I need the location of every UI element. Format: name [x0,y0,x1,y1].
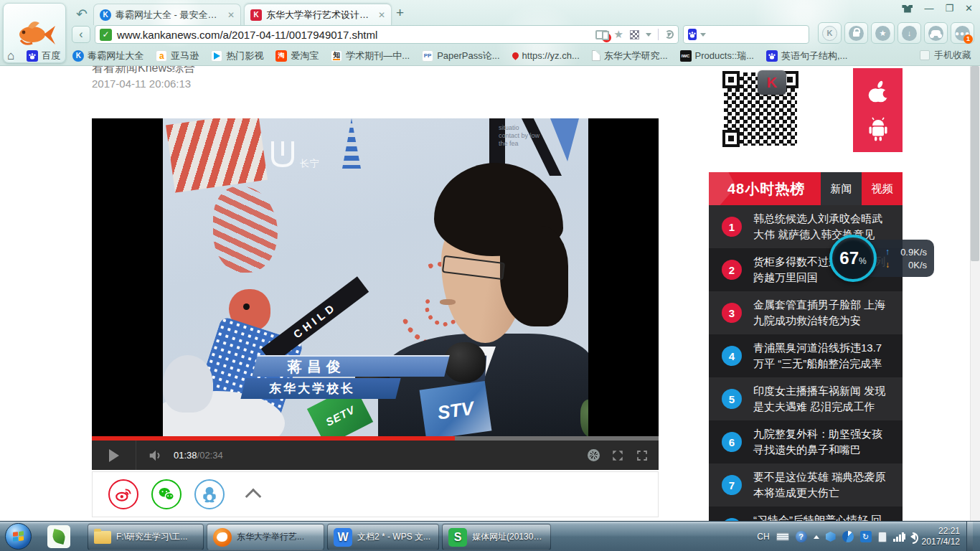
mobile-fav-icon [920,50,930,60]
search-box[interactable] [683,25,809,44]
taskbar-button-wps-writer[interactable]: W 文档2 * - WPS 文... [327,524,439,550]
speed-monitor-widget[interactable]: ↑0.9K/s ↓0K/s 67 % [829,235,934,282]
iwc-icon: IWC [680,50,692,62]
percent-value: 67 [839,237,859,279]
bookmark-videos[interactable]: 热门影视 [211,50,263,62]
poster-shape [166,118,268,193]
keyboard-icon[interactable] [776,532,789,541]
taskbar-button-folder[interactable]: F:\研究生学习\工... [88,524,204,550]
refresh-icon[interactable] [665,30,674,39]
cube-tray-icon[interactable] [826,532,836,542]
app-download-panel[interactable] [853,68,903,152]
url-text[interactable]: www.kankanews.com/a/2017-04-11/001794901… [117,29,377,41]
bookmark-yz[interactable]: https://yz.ch... [512,50,580,61]
hot-item-3[interactable]: 3 金属套管直插男子脸部 上海九院成功救治转危为安 [709,291,903,334]
download-speed: 0K/s [908,260,927,270]
sync-tray-icon[interactable]: ↻ [860,531,872,542]
address-bar[interactable]: ✓ www.kankanews.com/a/2017-04-11/0017949… [95,25,679,44]
apple-logo-icon [866,79,890,106]
stv-mic-flag: STV [420,381,492,436]
toolbar-download-button[interactable]: ↓ [897,22,921,44]
tab-close-icon[interactable]: ✕ [378,10,385,20]
child-ribbon: CHILD [261,276,369,364]
help-tray-icon[interactable]: ? [796,531,807,542]
chrome-back-arrow-icon[interactable]: ↶ [76,6,88,22]
gamepad-icon [931,30,941,36]
mobile-favorites[interactable]: 手机收藏 [920,49,971,62]
clock[interactable]: 22:21 2017/4/12 [922,526,960,547]
minimize-button[interactable]: — [924,3,933,14]
clipboard-tray-icon[interactable] [878,532,887,542]
tab-duba-homepage[interactable]: K 毒霸网址大全 - 最安全实... ✕ [93,4,241,25]
hot-item-6[interactable]: 6 九院整复外科：助坚强女孩寻找遗失的鼻子和嘴巴 [709,420,903,463]
new-tab-button[interactable]: + [396,5,404,21]
bookmark-star-icon[interactable]: ★ [614,28,623,41]
share-bar [92,471,659,517]
taskbar-button-wps-sheet[interactable]: S 媒体网址(201304... [442,524,551,550]
qr-finder [722,130,740,147]
theater-mode-icon[interactable] [611,449,624,462]
duba-favicon: K [100,9,111,21]
tab-kankanews-active[interactable]: K 东华大学举行艺术设计毕... ✕ [244,4,392,25]
skin-theme-icon[interactable] [902,5,913,13]
rank-badge: 6 [722,432,742,452]
hot-item-8[interactable]: 8 “习特会”后特朗普心情好 回 [709,507,903,521]
coreldraw-icon[interactable] [47,525,70,548]
taskbar-button-browser[interactable]: 东华大学举行艺... [207,524,324,550]
qr-code-icon[interactable] [630,30,639,39]
bookmark-english[interactable]: 英语句子结构,... [766,50,847,62]
bookmark-home[interactable]: ⌂ [7,49,14,63]
bookmark-taobao[interactable]: 淘 爱淘宝 [275,50,319,62]
tab-close-icon[interactable]: ✕ [227,10,235,20]
duba-k-icon: K [72,50,84,62]
rank-badge: 1 [722,217,742,237]
chevron-down-icon[interactable] [646,33,651,37]
share-weibo-button[interactable] [108,479,138,509]
toolbar-favorites-button[interactable]: ★ [871,22,895,44]
toolbar-security-button[interactable] [844,22,868,44]
hot-item-7[interactable]: 7 要不是这位英雄 瑞典恐袭原本将造成更大伤亡 [709,463,903,507]
bookmark-amazon[interactable]: a 亚马逊 [156,50,199,62]
bookmark-paperpass[interactable]: PP PaperPass论... [422,50,499,62]
volume-icon[interactable] [148,448,164,463]
toolbar-more-button[interactable]: ●●● 1 [951,22,974,44]
browser-tray-icon[interactable] [842,531,854,542]
bookmark-journal[interactable]: 知 学术期刊—中... [331,50,410,62]
settings-gear-icon[interactable] [588,449,600,461]
chevron-down-icon[interactable] [700,33,706,37]
show-desktop-button[interactable] [966,522,973,551]
page-scrollbar[interactable] [970,66,980,521]
progress-ring[interactable]: 67 % [829,235,877,282]
hot-ranking-title: 48小时热榜 [727,179,805,199]
bookmark-products[interactable]: IWC Products::瑞... [680,50,754,62]
hot-item-4[interactable]: 4 青浦黑臭河道沿线拆违13.7万平 “三无”船舶整治完成率 [709,334,903,377]
share-qq-button[interactable] [194,479,225,509]
volume-tray-icon[interactable] [910,533,915,540]
tab-news[interactable]: 新闻 [821,172,862,205]
scrollbar-thumb[interactable] [971,66,979,261]
language-indicator[interactable]: CH [757,532,769,542]
share-wechat-button[interactable] [151,479,182,509]
restore-button[interactable]: ❐ [945,3,953,14]
play-button[interactable] [92,441,136,470]
fullscreen-icon[interactable] [636,449,649,462]
start-button[interactable] [5,523,32,550]
collapse-chevron-icon[interactable] [245,489,262,505]
address-back-button[interactable]: ‹ [72,26,90,43]
play-icon [211,50,222,62]
search-input[interactable] [710,26,821,43]
close-button[interactable]: ✕ [965,3,973,14]
bookmark-duba[interactable]: K 毒霸网址大全 [72,50,143,62]
hot-item-5[interactable]: 5 印度女主播播车祸新闻 发现是丈夫遇难 忍泪完成工作 [709,377,903,420]
toolbar-games-button[interactable] [924,22,948,44]
safe-site-shield-icon: ✓ [100,29,112,41]
video-player[interactable]: situatio contact by low the fea 长宁 CHILD [92,118,659,436]
send-to-mobile-icon[interactable]: 3 [595,30,608,39]
toolbar-duba-button[interactable]: K [818,22,842,44]
baidu-search-icon[interactable] [688,29,697,40]
bookmark-donghua[interactable]: 东华大学研究... [592,50,668,62]
cheetah-browser-icon [213,528,232,547]
bookmark-baidu[interactable]: 百度 [27,50,60,62]
tab-video[interactable]: 视频 [862,172,903,205]
show-hidden-icons[interactable] [814,535,819,539]
